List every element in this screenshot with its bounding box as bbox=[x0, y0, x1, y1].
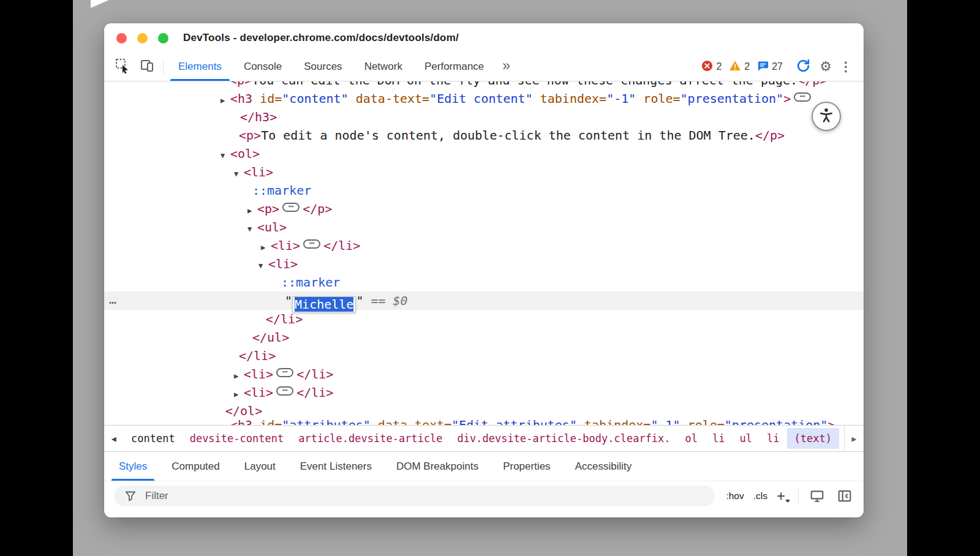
new-style-rule-button[interactable]: + bbox=[777, 489, 789, 503]
code-token: data-text= bbox=[371, 420, 451, 425]
breadcrumb-next-button[interactable]: ▶ bbox=[844, 426, 864, 451]
dom-tree-row[interactable]: </ol> bbox=[104, 402, 864, 420]
expanded-arrow-icon[interactable]: ▼ bbox=[221, 146, 230, 165]
warning-badge[interactable]: 2 bbox=[729, 60, 750, 74]
error-badge[interactable]: 2 bbox=[701, 60, 722, 74]
more-tabs-button[interactable]: » bbox=[495, 53, 518, 81]
dom-tree-row[interactable]: ▶<li>⋯</li> bbox=[104, 236, 864, 255]
sync-button[interactable] bbox=[791, 58, 815, 76]
code-token: $0 bbox=[393, 293, 408, 308]
ellipsis-expand-button[interactable]: ⋯ bbox=[303, 239, 320, 249]
code-token: To edit a node's content, double-click t… bbox=[261, 128, 755, 143]
breadcrumb-item[interactable]: div.devsite-article-body.clearfix. bbox=[450, 432, 678, 445]
collapsed-arrow-icon[interactable]: ▶ bbox=[221, 420, 230, 425]
collapsed-arrow-icon[interactable]: ▶ bbox=[247, 201, 257, 220]
breadcrumb-item[interactable]: (text) bbox=[787, 428, 839, 449]
panel-tab-dom-breakpoints[interactable]: DOM Breakpoints bbox=[384, 452, 491, 481]
ellipsis-expand-button[interactable]: ⋯ bbox=[282, 203, 300, 212]
tab-sources[interactable]: Sources bbox=[293, 53, 353, 81]
code-token: tabindex= bbox=[577, 420, 650, 425]
left-black-bar bbox=[0, 0, 73, 556]
dom-tree-row[interactable]: ::marker bbox=[104, 181, 864, 200]
code-token: </li> bbox=[266, 312, 303, 326]
dom-tree-row[interactable]: ▼<li> bbox=[104, 255, 864, 273]
panel-tab-properties[interactable]: Properties bbox=[491, 452, 562, 481]
dom-tree-row[interactable]: ▶<p>⋯</p> bbox=[104, 200, 864, 218]
breadcrumb-item[interactable]: devsite-content bbox=[183, 432, 292, 445]
expanded-arrow-icon[interactable]: ▼ bbox=[234, 165, 244, 183]
device-toolbar-button[interactable] bbox=[135, 53, 159, 81]
dom-tree-row[interactable]: ::marker bbox=[104, 273, 864, 291]
dom-tree-row[interactable]: ▼<li> bbox=[104, 163, 864, 181]
tab-console[interactable]: Console bbox=[233, 53, 293, 81]
dom-tree-row[interactable]: </h3> bbox=[104, 108, 864, 126]
settings-gear-button[interactable]: ⚙ bbox=[815, 60, 837, 73]
code-token: You can edit the DOM on the fly and see … bbox=[252, 81, 797, 88]
code-token: <h3 bbox=[230, 420, 252, 425]
dom-tree-row[interactable]: …"Michelle"==$0 bbox=[104, 291, 864, 310]
toggle-element-state-button[interactable]: :hov bbox=[726, 490, 744, 502]
toolbar-divider bbox=[163, 59, 164, 74]
dom-tree-row[interactable]: ▼<ul> bbox=[104, 218, 864, 236]
filter-input[interactable] bbox=[145, 490, 707, 502]
tab-label: Network bbox=[364, 61, 402, 73]
dom-tree-row[interactable]: <p>To edit a node's content, double-clic… bbox=[104, 126, 864, 145]
backdrop: DevTools - developer.chrome.com/docs/dev… bbox=[0, 0, 980, 556]
warning-count: 2 bbox=[744, 61, 750, 72]
code-token: </p> bbox=[303, 201, 332, 216]
dom-tree-row[interactable]: <p>You can edit the DOM on the fly and s… bbox=[104, 81, 864, 89]
breadcrumb-item[interactable]: li bbox=[760, 432, 786, 445]
dom-tree-row[interactable]: </li> bbox=[104, 347, 864, 365]
tab-performance[interactable]: Performance bbox=[413, 53, 495, 81]
rendering-emulation-button[interactable] bbox=[808, 489, 826, 503]
expanded-arrow-icon[interactable]: ▼ bbox=[258, 257, 268, 275]
code-token: </p> bbox=[797, 81, 827, 88]
sidebar-toggle-button[interactable] bbox=[835, 489, 854, 503]
dom-tree-row[interactable]: ▶<h3 id="attributes" data-text="Edit att… bbox=[104, 420, 864, 425]
issues-badge[interactable]: 27 bbox=[757, 60, 783, 74]
panel-tab-layout[interactable]: Layout bbox=[232, 452, 288, 481]
breadcrumb-item[interactable]: ol bbox=[678, 432, 705, 445]
panel-tab-styles[interactable]: Styles bbox=[107, 452, 159, 481]
panel-tab-computed[interactable]: Computed bbox=[159, 452, 232, 481]
code-token: "presentation" bbox=[680, 91, 784, 106]
ellipsis-expand-button[interactable]: ⋯ bbox=[276, 386, 293, 396]
breadcrumb-item[interactable]: content bbox=[124, 432, 183, 445]
code-token: </li> bbox=[296, 385, 333, 400]
breadcrumb-item[interactable]: ul bbox=[733, 432, 760, 445]
expanded-arrow-icon[interactable]: ▼ bbox=[247, 220, 257, 238]
code-token: "-1" bbox=[606, 91, 636, 106]
panel-tab-event-listeners[interactable]: Event Listeners bbox=[288, 452, 384, 481]
breadcrumb-prev-button[interactable]: ◀ bbox=[104, 426, 124, 451]
ellipsis-expand-button[interactable]: ⋯ bbox=[276, 368, 293, 377]
breadcrumb-item[interactable]: article.devsite-article bbox=[291, 432, 450, 445]
zoom-window-button[interactable] bbox=[158, 33, 168, 43]
collapsed-arrow-icon[interactable]: ▶ bbox=[234, 385, 244, 404]
inspect-element-button[interactable] bbox=[110, 53, 135, 81]
dom-tree-row[interactable]: </ul> bbox=[104, 328, 864, 347]
code-token: </li> bbox=[239, 348, 276, 363]
element-classes-button[interactable]: .cls bbox=[753, 490, 767, 502]
accessibility-overlay-button[interactable] bbox=[812, 102, 841, 131]
row-overflow-icon[interactable]: … bbox=[109, 290, 117, 309]
collapsed-arrow-icon[interactable]: ▶ bbox=[234, 367, 244, 385]
dom-tree-row[interactable]: ▼<ol> bbox=[104, 145, 864, 163]
collapsed-arrow-icon[interactable]: ▶ bbox=[261, 238, 271, 257]
clipped-tree-row: ▶<h3 id="attributes" data-text="Edit att… bbox=[104, 420, 864, 425]
more-options-menu-button[interactable]: ⋮ bbox=[837, 59, 855, 74]
dom-tree-row[interactable]: </li> bbox=[104, 310, 864, 328]
breadcrumb-item[interactable]: li bbox=[705, 432, 732, 445]
toolbar-right-cluster: 2 2 bbox=[694, 53, 864, 81]
dom-tree-row[interactable]: ▶<h3 id="content" data-text="Edit conten… bbox=[104, 89, 864, 108]
code-token: <li> bbox=[244, 367, 273, 381]
tab-network[interactable]: Network bbox=[353, 53, 413, 81]
close-window-button[interactable] bbox=[116, 33, 127, 43]
collapsed-arrow-icon[interactable]: ▶ bbox=[221, 91, 230, 110]
panel-tab-accessibility[interactable]: Accessibility bbox=[563, 452, 644, 481]
minimize-window-button[interactable] bbox=[137, 33, 148, 43]
ellipsis-expand-button[interactable]: ⋯ bbox=[794, 92, 811, 102]
dom-tree-row[interactable]: ▶<li>⋯</li> bbox=[104, 365, 864, 383]
dom-tree-row[interactable]: ▶<li>⋯</li> bbox=[104, 383, 864, 402]
tab-elements[interactable]: Elements bbox=[167, 53, 233, 81]
code-token: " bbox=[356, 293, 363, 308]
